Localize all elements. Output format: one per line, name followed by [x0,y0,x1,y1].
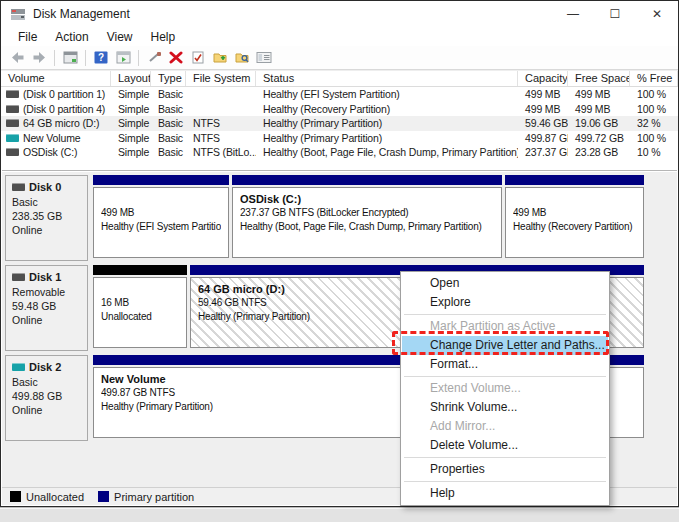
bottom-strip [0,507,679,522]
context-menu: Open Explore Mark Partition as Active Ch… [400,271,610,506]
partition-recovery[interactable]: 499 MB Healthy (Recovery Partition) [505,175,644,261]
disk-status: Online [12,223,81,237]
drive-icon [6,119,19,127]
disk-2-label[interactable]: Disk 2 Basic 499.88 GB Online [5,355,88,441]
menu-item-extend-volume: Extend Volume... [402,379,608,398]
console-window-icon[interactable] [59,48,81,68]
window-title: Disk Management [33,7,130,21]
partition-color-bar [232,175,502,185]
maximize-button[interactable]: ☐ [594,1,636,27]
folder-export-icon[interactable] [209,48,231,68]
table-row-selected[interactable]: 64 GB micro (D:) Simple Basic NTFS Healt… [1,116,678,131]
menu-item-shrink-volume[interactable]: Shrink Volume... [402,398,608,417]
partition-color-bar [93,175,229,185]
menu-help[interactable]: Help [142,28,185,46]
table-row[interactable]: New Volume Simple Basic NTFS Healthy (Pr… [1,131,678,146]
drive-icon [6,105,19,113]
menu-file[interactable]: File [9,28,46,46]
volume-list: Volume Layout Type File System Status Ca… [1,70,678,160]
disk-status: Online [12,403,81,417]
svg-text:?: ? [98,52,104,63]
col-free-space[interactable]: Free Space [568,71,630,86]
partition-unallocated[interactable]: 16 MB Unallocated [93,265,187,351]
disk-0-label[interactable]: Disk 0 Basic 238.35 GB Online [5,175,88,261]
col-pct-free[interactable]: % Free [630,71,678,86]
legend-primary-partition: Primary partition [98,491,194,503]
partition-osdisk-c[interactable]: OSDisk (C:) 237.37 GB NTFS (BitLocker En… [232,175,502,261]
partition-efi[interactable]: 499 MB Healthy (EFI System Partition) [93,175,229,261]
disk-icon [12,183,25,191]
screen: Disk Management — ☐ ✕ File Action View H… [0,0,679,522]
check-document-icon[interactable] [187,48,209,68]
col-capacity[interactable]: Capacity [518,71,568,86]
menu-separator [404,314,606,315]
close-button[interactable]: ✕ [636,1,678,27]
delete-cross-icon[interactable] [165,48,187,68]
menu-item-add-mirror: Add Mirror... [402,417,608,436]
console-show-icon[interactable] [112,48,134,68]
menu-item-open[interactable]: Open [402,274,608,293]
disk-type: Removable [12,285,81,299]
title-bar[interactable]: Disk Management — ☐ ✕ [1,1,678,27]
drive-icon [6,90,19,98]
toolbar-separator [138,50,139,66]
disk-type: Basic [12,195,81,209]
legend-unallocated: Unallocated [10,491,84,503]
toolbar-separator [85,50,86,66]
folder-search-icon[interactable] [231,48,253,68]
unallocated-swatch [10,491,21,502]
volume-list-header: Volume Layout Type File System Status Ca… [1,70,678,87]
help-icon[interactable]: ? [90,48,112,68]
menu-item-change-drive-letter[interactable]: Change Drive Letter and Paths... [402,336,608,355]
disk-size: 499.88 GB [12,389,81,403]
partition-color-bar [93,265,187,275]
table-row[interactable]: OSDisk (C:) Simple Basic NTFS (BitLo... … [1,145,678,160]
menu-separator [404,481,606,482]
disk-size: 59.48 GB [12,299,81,313]
properties-list-icon[interactable] [253,48,275,68]
col-file-system[interactable]: File System [186,71,256,86]
menu-item-properties[interactable]: Properties [402,460,608,479]
toolbar: ? [1,46,678,70]
disk-1-label[interactable]: Disk 1 Removable 59.48 GB Online [5,265,88,351]
disk-icon [12,273,25,281]
menu-view[interactable]: View [98,28,142,46]
menu-bar: File Action View Help [1,27,678,46]
disk-status: Online [12,313,81,327]
app-icon [10,8,26,21]
forward-icon[interactable] [28,48,50,68]
disk-type: Basic [12,375,81,389]
table-row[interactable]: (Disk 0 partition 4) Simple Basic Health… [1,102,678,117]
primary-partition-swatch [98,491,109,502]
col-volume[interactable]: Volume [1,71,111,86]
table-row[interactable]: (Disk 0 partition 1) Simple Basic Health… [1,87,678,102]
drive-icon [6,134,19,142]
back-icon[interactable] [6,48,28,68]
probe-icon[interactable] [143,48,165,68]
col-layout[interactable]: Layout [111,71,151,86]
menu-item-delete-volume[interactable]: Delete Volume... [402,436,608,455]
menu-separator [404,457,606,458]
col-type[interactable]: Type [151,71,186,86]
disk-icon [12,363,25,371]
menu-item-mark-partition-active: Mark Partition as Active [402,317,608,336]
partition-color-bar [505,175,644,185]
menu-item-help[interactable]: Help [402,484,608,503]
menu-separator [404,376,606,377]
menu-action[interactable]: Action [46,28,97,46]
drive-icon [6,148,19,156]
menu-item-explore[interactable]: Explore [402,293,608,312]
disk-size: 238.35 GB [12,209,81,223]
minimize-button[interactable]: — [552,1,594,27]
col-status[interactable]: Status [256,71,518,86]
menu-item-format[interactable]: Format... [402,355,608,374]
toolbar-separator [54,50,55,66]
disk-0-row: Disk 0 Basic 238.35 GB Online 499 MB Hea… [2,175,677,261]
